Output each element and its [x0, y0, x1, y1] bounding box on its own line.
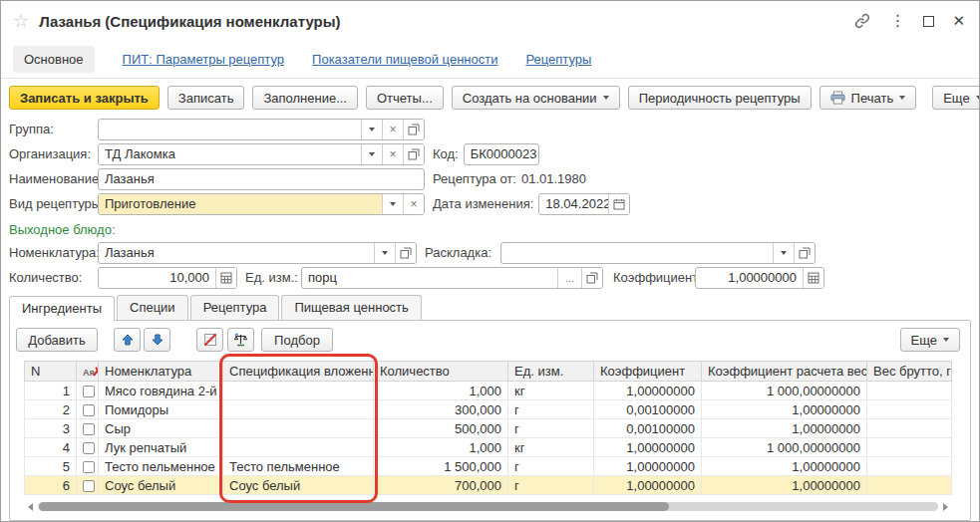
column-header-coef[interactable]: Коэффициент — [594, 362, 702, 382]
scrollbar-track[interactable] — [38, 502, 938, 511]
print-button[interactable]: Печать — [819, 86, 917, 110]
favorite-star-icon[interactable]: ☆ — [13, 10, 29, 32]
row-checkbox[interactable] — [83, 404, 95, 416]
pick-button[interactable]: Подбор — [261, 328, 333, 352]
nav-item-pit-params[interactable]: ПИТ: Параметры рецептур — [123, 52, 284, 67]
row-checkbox[interactable] — [83, 423, 95, 435]
calendar-icon[interactable] — [608, 194, 629, 214]
title-bar: ☆ Лазанья (Спецификация номенклатуры) ⋮ … — [1, 1, 979, 41]
column-header-qty[interactable]: Количество — [374, 362, 508, 382]
nav-item-main[interactable]: Основное — [13, 46, 95, 73]
dropdown-icon[interactable] — [382, 194, 403, 214]
table-row[interactable]: 4 Лук репчатый 1,000 кг 1,00000000 1 000… — [25, 438, 952, 457]
cell-n: 3 — [25, 419, 77, 438]
more-button[interactable]: Еще — [932, 86, 980, 110]
organization-input[interactable]: ТД Лакомка × — [98, 143, 425, 165]
tab-ingredients[interactable]: Ингредиенты — [9, 296, 115, 321]
ingredients-table: N Ая✗ Номенклатура Спецификация вложенна… — [24, 361, 952, 495]
table-row[interactable]: 1 Мясо говядина 2-й со… 1,000 кг 1,00000… — [25, 382, 952, 400]
cell-gross — [867, 400, 952, 419]
save-and-close-button[interactable]: Записать и закрыть — [9, 86, 160, 110]
move-down-button[interactable] — [144, 328, 170, 352]
table-row-selected[interactable]: 6 Соус белый Соус белый 700,000 г 1,0000… — [25, 476, 952, 495]
nav-item-recipes[interactable]: Рецептуры — [525, 52, 591, 67]
deletion-mark-icon: Ая✗ — [83, 368, 99, 378]
reports-button[interactable]: Отчеты... — [366, 86, 444, 110]
dropdown-icon[interactable] — [374, 243, 395, 263]
dropdown-icon[interactable] — [361, 120, 382, 139]
column-header-nomenclature[interactable]: Номенклатура — [99, 362, 223, 382]
create-based-on-button[interactable]: Создать на основании — [452, 86, 620, 110]
move-up-button[interactable] — [114, 328, 141, 352]
row-checkbox[interactable] — [83, 442, 95, 454]
recipe-type-input[interactable]: Приготовление × — [98, 193, 425, 215]
clear-icon[interactable]: × — [382, 120, 403, 139]
tab-nutrition[interactable]: Пищевая ценность — [281, 295, 421, 320]
layout-input[interactable] — [500, 242, 816, 264]
clear-icon[interactable]: × — [403, 194, 424, 214]
edit-crossed-button[interactable] — [196, 328, 223, 352]
maximize-icon[interactable] — [923, 16, 934, 27]
column-header-n[interactable]: N — [25, 362, 77, 382]
quantity-input[interactable]: 10,000 — [98, 267, 237, 289]
cell-coef: 1,00000000 — [594, 476, 702, 495]
periodicity-button[interactable]: Периодичность рецептуры — [628, 86, 812, 110]
code-input[interactable]: БК0000023 — [464, 143, 539, 165]
name-input[interactable]: Лазанья — [98, 168, 425, 190]
dropdown-icon[interactable] — [773, 243, 794, 263]
close-icon[interactable]: ✕ — [952, 12, 965, 30]
table-row[interactable]: 5 Тесто пельменное Тесто пельменное 1 50… — [25, 457, 952, 476]
scroll-right-arrow[interactable] — [943, 503, 948, 511]
open-icon[interactable] — [794, 243, 815, 263]
page-title: Лазанья (Спецификация номенклатуры) — [39, 13, 340, 30]
unit-value: порц — [302, 270, 557, 285]
ellipsis-icon[interactable]: ... — [557, 268, 581, 288]
open-icon[interactable] — [581, 268, 602, 288]
window-controls: ⋮ ✕ — [853, 12, 965, 30]
nomenclature-input[interactable]: Лазанья — [98, 242, 417, 264]
save-button[interactable]: Записать — [167, 86, 245, 110]
group-input[interactable]: × — [98, 119, 425, 140]
column-header-deletion-mark[interactable]: Ая✗ — [77, 362, 99, 382]
clear-icon[interactable]: × — [382, 144, 403, 164]
column-header-spec[interactable]: Спецификация вложенная — [223, 362, 374, 382]
column-header-coef-weight[interactable]: Коэффициент расчета веса — [702, 362, 867, 382]
cell-gross — [867, 457, 952, 476]
recipe-from-value: 01.01.1980 — [521, 171, 586, 186]
cell-n: 5 — [25, 457, 77, 476]
calculator-icon[interactable] — [803, 268, 823, 288]
add-row-button[interactable]: Добавить — [16, 328, 98, 352]
column-header-gross[interactable]: Вес брутто, г — [867, 362, 952, 382]
cell-nomenclature: Помидоры — [99, 400, 223, 419]
row-checkbox[interactable] — [83, 480, 95, 492]
nav-item-nutrition-indicators[interactable]: Показатели пищевой ценности — [312, 52, 497, 67]
cell-n: 4 — [25, 438, 77, 457]
open-icon[interactable] — [395, 243, 416, 263]
calculator-icon[interactable] — [215, 268, 236, 288]
link-icon[interactable] — [853, 12, 871, 30]
unit-input[interactable]: порц ... — [301, 267, 603, 289]
dropdown-icon[interactable] — [361, 144, 382, 164]
cell-qty: 700,000 — [374, 476, 508, 495]
more-menu-icon[interactable]: ⋮ — [889, 13, 905, 29]
change-date-input[interactable]: 18.04.2022 — [538, 193, 630, 215]
cell-unit: г — [508, 476, 594, 495]
cell-coef-weight: 1 000,00000000 — [702, 382, 867, 400]
coefficient-input[interactable]: 1,00000000 — [695, 267, 824, 289]
row-checkbox[interactable] — [83, 386, 95, 397]
cell-unit: кг — [508, 438, 594, 457]
open-icon[interactable] — [403, 144, 424, 164]
scrollbar-thumb[interactable] — [39, 502, 669, 511]
table-more-button[interactable]: Еще — [900, 328, 960, 352]
open-icon[interactable] — [403, 120, 424, 139]
units-conversion-button[interactable] — [227, 328, 254, 352]
row-checkbox[interactable] — [83, 461, 95, 473]
table-row[interactable]: 2 Помидоры 300,000 г 0,00100000 1,000000… — [25, 400, 952, 419]
fill-button[interactable]: Заполнение... — [252, 86, 358, 110]
column-header-unit[interactable]: Ед. изм. — [508, 362, 594, 382]
tab-spices[interactable]: Специи — [117, 295, 188, 320]
tab-recipe[interactable]: Рецептура — [190, 295, 280, 320]
table-row[interactable]: 3 Сыр 500,000 г 0,00100000 1,00000000 — [25, 419, 952, 438]
print-label: Печать — [851, 91, 894, 106]
scroll-left-arrow[interactable] — [28, 503, 33, 511]
